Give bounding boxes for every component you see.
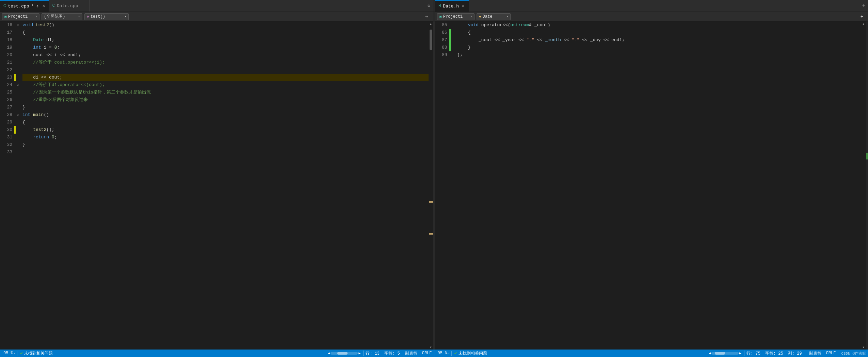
right-tab-settings[interactable]: + bbox=[859, 0, 868, 12]
left-line-ending: CRLF bbox=[422, 351, 432, 356]
scroll-down-btn[interactable]: ▼ bbox=[429, 345, 433, 350]
code-line-85: void operator<<(ostream& _cout) bbox=[457, 21, 862, 29]
tab-pin-test[interactable]: 🖈 bbox=[36, 4, 39, 8]
tab-date-cpp[interactable]: C Date.cpp bbox=[49, 0, 90, 12]
code-line-86: { bbox=[457, 29, 862, 36]
right-scroll-track bbox=[711, 352, 739, 355]
h-file-icon: H bbox=[438, 4, 441, 8]
left-code-area[interactable]: void test2() { Date d1; int i = 0; bbox=[21, 21, 429, 350]
right-status: 95 % ▾ ✔ 未找到相关问题 ◀ ▶ 行: 75 字符: 25 列: 29 … bbox=[434, 350, 868, 357]
left-editor-content: 16 17 18 19 20 21 22 23 24 25 26 27 28 2… bbox=[0, 21, 433, 350]
tab-close-dateh[interactable]: × bbox=[462, 3, 464, 9]
code-line-22 bbox=[22, 66, 429, 74]
scroll-up-btn[interactable]: ▲ bbox=[429, 21, 433, 26]
func-label: test() bbox=[91, 14, 105, 19]
right-gutter bbox=[449, 21, 456, 350]
left-scroll-left[interactable]: ◀ bbox=[328, 351, 330, 355]
left-scroll-nav: ◀ ▶ bbox=[328, 351, 360, 355]
class-label: Date bbox=[483, 14, 493, 19]
project-dropdown-right[interactable]: ▣ Project1 ▾ bbox=[437, 13, 475, 20]
csdn-watermark: CSDN @作者标 bbox=[838, 351, 866, 356]
tab-label-test: test.cpp bbox=[8, 4, 29, 9]
code-line-27: } bbox=[22, 104, 429, 111]
project-arrow-left: ▾ bbox=[35, 15, 37, 18]
right-toolbar: ▣ Project1 ▾ ◆ Date ▾ + bbox=[435, 12, 868, 21]
right-scroll-up-btn[interactable]: ▲ bbox=[861, 21, 866, 26]
left-status: 95 % ▾ ✔ 未找到相关问题 ◀ ▶ 行: 13 字符: 5 制表符 CRL… bbox=[0, 350, 434, 357]
right-scroll-left[interactable]: ◀ bbox=[709, 351, 711, 355]
code-line-18: Date d1; bbox=[22, 36, 429, 44]
left-scroll-right[interactable]: ▶ bbox=[358, 351, 360, 355]
code-line-32: } bbox=[22, 141, 429, 149]
code-line-19: int i = 0; bbox=[22, 44, 429, 51]
tab-date-h[interactable]: H Date.h × bbox=[435, 0, 469, 12]
scope-label: (全局范围) bbox=[44, 14, 65, 19]
left-tab-group: C test.cpp * 🖈 × C Date.cpp ⚙ bbox=[0, 0, 433, 12]
class-dropdown[interactable]: ◆ Date ▾ bbox=[477, 13, 511, 20]
left-zoom-arrow: ▾ bbox=[14, 352, 16, 355]
left-issues-label: 未找到相关问题 bbox=[24, 351, 53, 356]
right-code-area[interactable]: void operator<<(ostream& _cout) { _cout … bbox=[456, 21, 862, 350]
code-line-28: int main() bbox=[22, 111, 429, 119]
cpp-file-icon2: C bbox=[52, 3, 55, 8]
right-encoding: 制表符 bbox=[807, 351, 823, 356]
split-view-btn[interactable]: ⇔ bbox=[423, 13, 431, 20]
cpp-file-icon: C bbox=[3, 4, 6, 8]
code-line-16: void test2() bbox=[22, 21, 429, 29]
right-char: 字符: 25 bbox=[765, 351, 783, 356]
scope-arrow: ▾ bbox=[78, 15, 80, 18]
fold-icon-24[interactable]: ⊟ bbox=[17, 81, 18, 89]
code-line-89: }; bbox=[457, 51, 862, 59]
project-label-right: Project1 bbox=[443, 14, 463, 19]
code-line-29: { bbox=[22, 119, 429, 126]
left-scroll-track bbox=[331, 352, 358, 355]
scope-dropdown[interactable]: (全局范围) ▾ bbox=[42, 13, 82, 20]
right-scroll-down-btn[interactable]: ▼ bbox=[861, 345, 866, 350]
right-scrollbar[interactable]: ▲ ▼ bbox=[861, 21, 866, 350]
tab-label-date: Date.cpp bbox=[57, 3, 78, 8]
project-icon-right: ▣ bbox=[439, 14, 442, 19]
left-zoom[interactable]: 95 % ▾ bbox=[2, 351, 17, 356]
status-bar: 95 % ▾ ✔ 未找到相关问题 ◀ ▶ 行: 13 字符: 5 制表符 CRL… bbox=[0, 350, 868, 357]
func-dropdown[interactable]: ⊕ test() ▾ bbox=[84, 13, 129, 20]
left-zoom-label: 95 % bbox=[3, 351, 13, 356]
code-line-23: d1 << cout; bbox=[22, 74, 429, 81]
tab-close-test[interactable]: × bbox=[42, 3, 45, 9]
class-icon: ◆ bbox=[479, 14, 481, 19]
check-icon-right: ✔ bbox=[454, 351, 457, 356]
func-icon: ⊕ bbox=[87, 14, 89, 19]
code-line-31: return 0; bbox=[22, 134, 429, 141]
left-scroll-thumb[interactable] bbox=[430, 30, 432, 50]
code-line-88: } bbox=[457, 44, 862, 51]
code-line-24: //等价于d1.operator<<(cout); bbox=[22, 81, 429, 89]
left-char: 字符: 5 bbox=[384, 351, 400, 356]
left-row: 行: 13 bbox=[363, 351, 382, 356]
tab-modified-dot: * bbox=[31, 4, 34, 9]
project-icon-left: ▣ bbox=[4, 14, 7, 19]
right-row: 行: 75 bbox=[744, 351, 762, 356]
code-line-30: test2(); bbox=[22, 126, 429, 134]
fold-icon-16[interactable]: ⊟ bbox=[17, 21, 18, 29]
tab-test-cpp[interactable]: C test.cpp * 🖈 × bbox=[0, 0, 49, 12]
code-line-17: { bbox=[22, 29, 429, 36]
right-line-numbers: 85 86 87 88 89 bbox=[435, 21, 449, 350]
left-scrollbar[interactable]: ▲ ▼ bbox=[429, 21, 433, 350]
right-col: 列: 29 bbox=[786, 351, 804, 356]
code-line-33 bbox=[22, 149, 429, 156]
left-toolbar: ▣ Project1 ▾ (全局范围) ▾ ⊕ test() ▾ ⇔ bbox=[0, 12, 433, 21]
left-line-numbers: 16 17 18 19 20 21 22 23 24 25 26 27 28 2… bbox=[0, 21, 14, 350]
project-label-left: Project1 bbox=[8, 14, 28, 19]
left-gutter: ⊟ ⊟ bbox=[14, 21, 21, 350]
class-arrow: ▾ bbox=[507, 15, 508, 18]
tab-bar-settings[interactable]: ⚙ bbox=[425, 0, 433, 12]
right-zoom[interactable]: 95 % ▾ bbox=[436, 351, 452, 356]
code-line-20: cout << i << endl; bbox=[22, 51, 429, 59]
right-editor-pane: 85 86 87 88 89 bbox=[435, 21, 868, 350]
right-scroll-right[interactable]: ▶ bbox=[739, 351, 741, 355]
code-line-21: //等价于 cout.operator<<(i); bbox=[22, 59, 429, 66]
right-split-btn[interactable]: + bbox=[858, 13, 866, 20]
right-line-ending: CRLF bbox=[826, 351, 836, 356]
project-dropdown-left[interactable]: ▣ Project1 ▾ bbox=[2, 13, 39, 20]
project-arrow-right: ▾ bbox=[470, 15, 472, 18]
fold-icon-28[interactable]: ⊟ bbox=[17, 111, 18, 119]
